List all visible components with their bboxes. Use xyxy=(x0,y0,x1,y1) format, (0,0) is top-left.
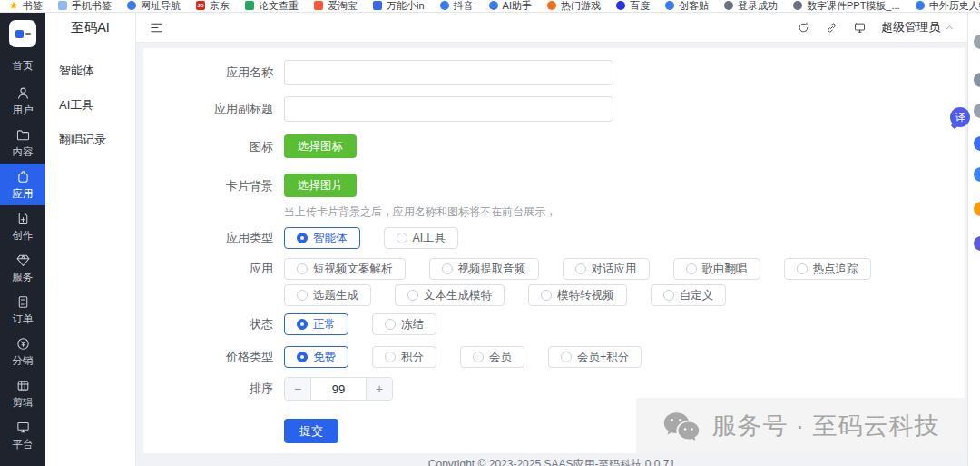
refresh-icon[interactable] xyxy=(797,21,810,35)
app-subtitle-input[interactable] xyxy=(284,96,613,122)
radio-option-label: 积分 xyxy=(401,350,424,365)
bookmark-item[interactable]: 爱淘宝 xyxy=(314,0,358,13)
app-name-input[interactable] xyxy=(284,60,613,85)
extension-icon-6[interactable] xyxy=(974,202,980,216)
sidebar-item-应用[interactable]: 应用 xyxy=(0,164,45,205)
submenu-item-智能体[interactable]: 智能体 xyxy=(45,54,135,88)
submenu-item-翻唱记录[interactable]: 翻唱记录 xyxy=(45,123,135,157)
radio-option-选题生成[interactable]: 选题生成 xyxy=(284,284,371,306)
service-icon xyxy=(15,253,31,268)
sidebar-item-首页[interactable]: 首页 xyxy=(0,51,45,80)
watermark-text: 服务号 · 至码云科技 xyxy=(712,410,940,442)
radio-option-正常[interactable]: 正常 xyxy=(284,313,348,335)
clip-icon xyxy=(15,378,31,393)
radio-option-视频提取音频[interactable]: 视频提取音频 xyxy=(429,258,539,280)
radio-icon xyxy=(663,290,674,301)
bookmark-label: 论文查重 xyxy=(259,0,299,13)
sidebar-item-用户[interactable]: 用户 xyxy=(0,80,45,122)
form-card: 应用名称 应用副标题 图标 选择图标 xyxy=(143,48,965,453)
sidebar-item-分销[interactable]: 分销 xyxy=(0,331,45,372)
radio-option-短视频文案解析[interactable]: 短视频文案解析 xyxy=(284,258,406,280)
logo-text-mark xyxy=(25,33,31,35)
distribution-icon xyxy=(15,336,31,352)
extension-icon-1[interactable] xyxy=(974,35,980,49)
bookmark-item[interactable]: 手机书签 xyxy=(58,0,112,13)
select-image-button[interactable]: 选择图片 xyxy=(284,174,357,197)
radio-option-智能体[interactable]: 智能体 xyxy=(284,227,360,249)
app-logo[interactable] xyxy=(9,20,36,47)
sidebar-item-剪辑[interactable]: 剪辑 xyxy=(0,372,45,414)
bookmark-favicon: ★ xyxy=(9,1,18,10)
bookmark-item[interactable]: 网址导航 xyxy=(127,0,181,13)
radio-icon xyxy=(297,233,308,243)
collapse-menu-icon[interactable] xyxy=(149,20,164,35)
radio-option-label: 智能体 xyxy=(313,231,348,246)
select-icon-button[interactable]: 选择图标 xyxy=(284,134,357,158)
extension-icon-5[interactable] xyxy=(974,167,980,182)
bookmark-item[interactable]: 热门游戏 xyxy=(547,0,601,13)
radio-option-冻结[interactable]: 冻结 xyxy=(372,313,436,335)
bookmark-label: 书签 xyxy=(23,0,43,13)
stepper-decrease-button[interactable]: − xyxy=(285,378,310,400)
bookmark-item[interactable]: AI助手 xyxy=(489,0,532,13)
stepper-value[interactable]: 99 xyxy=(310,378,367,400)
radio-icon xyxy=(407,290,418,301)
user-menu[interactable]: 超级管理员 xyxy=(881,19,955,35)
stepper-increase-button[interactable]: + xyxy=(367,378,392,400)
radio-icon xyxy=(442,263,453,274)
submenu-item-AI工具[interactable]: AI工具 xyxy=(45,88,135,123)
sidebar-item-平台[interactable]: 平台 xyxy=(0,414,45,456)
sidebar-item-gear[interactable] xyxy=(0,456,45,466)
logo-icon xyxy=(15,30,24,38)
radio-option-label: 自定义 xyxy=(680,288,714,303)
bookmark-item[interactable]: 创客贴 xyxy=(665,0,709,13)
radio-option-文本生成模特[interactable]: 文本生成模特 xyxy=(395,284,505,306)
radio-option-热点追踪[interactable]: 热点追踪 xyxy=(784,258,871,280)
bookmark-item[interactable]: 登录成功 xyxy=(724,0,778,13)
bookmark-favicon xyxy=(440,1,449,10)
sidebar-item-内容[interactable]: 内容 xyxy=(0,122,45,164)
bookmark-item[interactable]: 数字课件PPT模板_... xyxy=(793,0,900,13)
radio-option-歌曲翻唱[interactable]: 歌曲翻唱 xyxy=(673,258,760,280)
submit-button[interactable]: 提交 xyxy=(284,419,338,443)
bookmark-item[interactable]: ★书签 xyxy=(9,0,43,13)
radio-option-label: 对话应用 xyxy=(592,262,637,277)
radio-option-模特转视频[interactable]: 模特转视频 xyxy=(528,284,627,306)
extension-icon-4[interactable] xyxy=(974,136,980,151)
sidebar-item-订单[interactable]: 订单 xyxy=(0,289,45,331)
radio-option-自定义[interactable]: 自定义 xyxy=(651,284,727,306)
wechat-icon xyxy=(662,409,701,443)
bookmark-label: 京东 xyxy=(210,0,230,13)
bookmark-item[interactable]: 中外历史人物评说p... xyxy=(916,0,980,13)
bookmark-favicon xyxy=(373,1,382,10)
radio-option-免费[interactable]: 免费 xyxy=(284,346,348,368)
sidebar-item-服务[interactable]: 服务 xyxy=(0,247,45,289)
bookmark-label: 中外历史人物评说p... xyxy=(929,0,980,13)
app-icon xyxy=(15,169,31,184)
bookmark-label: 百度 xyxy=(630,0,650,13)
bookmark-item[interactable]: 论文查重 xyxy=(245,0,299,13)
radio-option-label: 视频提取音频 xyxy=(458,262,526,277)
extension-icon-3[interactable] xyxy=(974,104,980,118)
bookmark-item[interactable]: 万能小in xyxy=(373,0,425,13)
radio-option-会员[interactable]: 会员 xyxy=(460,346,524,368)
submenu-item-label: 智能体 xyxy=(59,63,94,79)
bookmark-favicon xyxy=(489,1,498,10)
bookmark-favicon xyxy=(724,1,733,10)
bookmark-label: 数字课件PPT模板_... xyxy=(807,0,900,13)
sidebar-item-创作[interactable]: 创作 xyxy=(0,205,45,247)
radio-option-AI工具[interactable]: AI工具 xyxy=(384,227,459,249)
extension-icon-7[interactable] xyxy=(974,236,980,251)
bookmark-item[interactable]: 百度 xyxy=(616,0,650,13)
footer-copyright: Copyright © 2023-2025 SAAS应用-至码科技 0.0.71 xyxy=(136,457,967,466)
extension-icon-2[interactable] xyxy=(974,73,980,87)
radio-icon xyxy=(297,263,308,274)
bookmark-item[interactable]: 抖音 xyxy=(440,0,474,13)
radio-option-对话应用[interactable]: 对话应用 xyxy=(563,258,650,280)
bookmark-item[interactable]: JD京东 xyxy=(196,0,230,13)
link-icon[interactable] xyxy=(825,21,838,35)
translate-badge[interactable]: 译 xyxy=(950,107,970,127)
radio-option-会员+积分[interactable]: 会员+积分 xyxy=(548,346,642,368)
monitor-icon[interactable] xyxy=(853,21,867,35)
radio-option-积分[interactable]: 积分 xyxy=(372,346,436,368)
